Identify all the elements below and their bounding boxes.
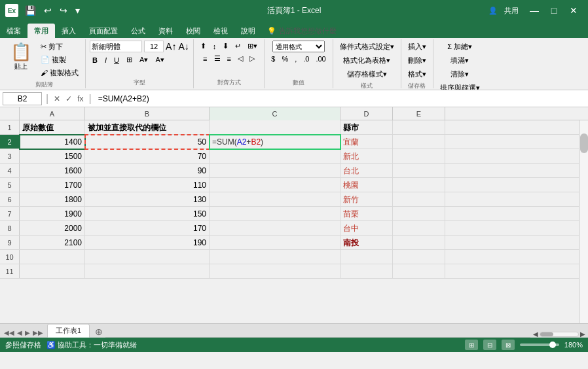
cell-e9[interactable] [393, 236, 445, 250]
increase-font-btn[interactable]: A↑ [166, 41, 176, 52]
share-btn[interactable]: 共用 [504, 6, 519, 16]
align-center-btn[interactable]: ☰ [211, 53, 223, 64]
row-num-1[interactable]: 1 [0, 120, 20, 134]
vertical-scrollbar[interactable] [579, 120, 588, 323]
sheet-nav-last[interactable]: ▶▶ [31, 328, 45, 338]
cell-e5[interactable] [393, 178, 445, 192]
tab-insert[interactable]: 插入 [55, 24, 83, 38]
add-sheet-btn[interactable]: ⊕ [92, 326, 105, 338]
tab-formulas[interactable]: 公式 [124, 24, 152, 38]
cell-a9[interactable]: 2100 [20, 236, 85, 250]
cell-c11[interactable] [210, 264, 340, 279]
tab-help[interactable]: 說明 [234, 24, 262, 38]
decimal-decrease-btn[interactable]: .00 [313, 54, 328, 64]
h-scroll-right[interactable]: ▶ [580, 330, 585, 338]
cancel-formula-btn[interactable]: ✕ [52, 94, 62, 103]
row-num-5[interactable]: 5 [0, 178, 20, 192]
cell-c7[interactable] [210, 207, 340, 221]
row-num-6[interactable]: 6 [0, 192, 20, 206]
row-num-8[interactable]: 8 [0, 221, 20, 235]
indent-increase-btn[interactable]: ▷ [247, 53, 257, 64]
currency-btn[interactable]: $ [268, 54, 278, 64]
cell-styles-btn[interactable]: 儲存格樣式▾ [344, 68, 390, 80]
cell-a4[interactable]: 1600 [20, 164, 85, 178]
wrap-text-btn[interactable]: ↵ [232, 41, 244, 52]
format-painter-btn[interactable]: 🖌 複製格式 [38, 67, 81, 79]
cell-a7[interactable]: 1900 [20, 207, 85, 221]
cell-b7[interactable]: 150 [85, 207, 210, 221]
col-header-a[interactable]: A [20, 107, 85, 120]
insert-cells-btn[interactable]: 插入▾ [405, 41, 429, 53]
h-scrollbar[interactable] [540, 332, 579, 337]
formula-input[interactable] [96, 92, 585, 105]
undo-btn[interactable]: ↩ [41, 4, 54, 17]
fill-btn[interactable]: 填滿▾ [448, 54, 471, 67]
cell-c1[interactable] [210, 120, 340, 135]
cell-e10[interactable] [393, 250, 445, 264]
normal-view-btn[interactable]: ⊞ [465, 340, 478, 350]
sheet-nav-prev[interactable]: ◀ [16, 328, 24, 338]
cell-b9[interactable]: 190 [85, 236, 210, 250]
user-btn[interactable]: 👤 [488, 7, 498, 15]
indent-decrease-btn[interactable]: ◁ [235, 53, 246, 64]
zoom-slider[interactable] [520, 343, 559, 346]
tab-file[interactable]: 檔案 [0, 24, 28, 38]
sheet-nav-next[interactable]: ▶ [24, 328, 31, 338]
underline-btn[interactable]: U [111, 55, 122, 65]
sheet-tab-1[interactable]: 工作表1 [47, 324, 90, 338]
page-break-view-btn[interactable]: ⊠ [502, 340, 515, 350]
save-quick-btn[interactable]: 💾 [22, 4, 39, 17]
delete-cells-btn[interactable]: 刪除▾ [405, 54, 429, 67]
number-format-select[interactable]: 通用格式 [272, 41, 325, 52]
scrollbar-thumb[interactable] [580, 133, 588, 153]
cell-reference-box[interactable] [3, 92, 42, 105]
format-cells-btn[interactable]: 格式▾ [405, 68, 429, 80]
percent-btn[interactable]: % [279, 54, 291, 64]
cell-b5[interactable]: 110 [85, 178, 210, 192]
cell-a2[interactable]: 1400 [20, 135, 85, 149]
cell-d10[interactable] [340, 250, 393, 264]
cell-c5[interactable] [210, 178, 340, 192]
merge-btn[interactable]: ⊞▾ [245, 41, 260, 52]
tab-view[interactable]: 檢視 [207, 24, 234, 38]
cell-e4[interactable] [393, 164, 445, 178]
cell-b11[interactable] [85, 264, 210, 279]
border-btn[interactable]: ⊞ [124, 54, 135, 65]
insert-function-btn[interactable]: fx [76, 94, 84, 103]
sort-filter-btn[interactable]: 排序與篩選▾ [437, 82, 483, 90]
cell-a6[interactable]: 1800 [20, 192, 85, 207]
cell-a5[interactable]: 1700 [20, 178, 85, 192]
align-middle-btn[interactable]: ↕ [210, 41, 219, 52]
font-size-input[interactable] [144, 41, 164, 52]
cell-a10[interactable] [20, 250, 85, 264]
cut-btn[interactable]: ✂ 剪下 [38, 41, 81, 53]
cell-b6[interactable]: 130 [85, 192, 210, 207]
row-num-11[interactable]: 11 [0, 264, 20, 278]
font-name-input[interactable] [90, 41, 142, 52]
tab-page-layout[interactable]: 頁面配置 [83, 24, 124, 38]
zoom-thumb[interactable] [549, 342, 556, 348]
row-num-7[interactable]: 7 [0, 207, 20, 220]
align-right-btn[interactable]: ≡ [225, 53, 234, 64]
comma-btn[interactable]: , [292, 54, 299, 64]
cell-d4[interactable]: 台北 [340, 164, 393, 178]
cell-c4[interactable] [210, 164, 340, 178]
col-header-d[interactable]: D [340, 107, 393, 120]
cell-c3[interactable] [210, 149, 340, 164]
cell-b1[interactable]: 被加並直接取代的欄位 [85, 120, 210, 135]
cell-e6[interactable] [393, 192, 445, 207]
cell-d11[interactable] [340, 264, 393, 279]
cell-d8[interactable]: 台中 [340, 221, 393, 236]
cell-d3[interactable]: 新北 [340, 149, 393, 164]
conditional-format-btn[interactable]: 條件式格式設定▾ [337, 41, 397, 53]
row-num-4[interactable]: 4 [0, 164, 20, 177]
cell-b4[interactable]: 90 [85, 164, 210, 178]
copy-btn[interactable]: 📄 複製 [38, 54, 81, 66]
col-header-b[interactable]: B [85, 107, 210, 120]
col-header-c[interactable]: C [210, 107, 340, 120]
cell-e3[interactable] [393, 149, 445, 164]
cell-c2[interactable]: =SUM(A2+B2) [210, 135, 340, 149]
align-top-btn[interactable]: ⬆ [198, 41, 209, 52]
row-num-2[interactable]: 2 [0, 135, 20, 149]
cell-e8[interactable] [393, 221, 445, 236]
